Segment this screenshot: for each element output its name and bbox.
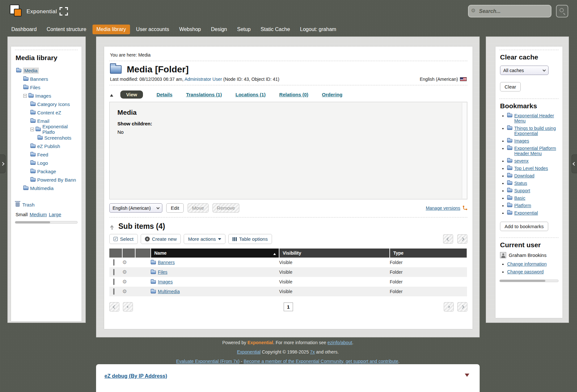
tree-item-label[interactable]: Feed [37,152,48,157]
sort-ascending-icon[interactable] [273,252,276,255]
tree-item-label[interactable]: Email [37,118,49,124]
bookmark-link-sevenx[interactable]: sevenx [514,158,528,164]
manage-versions-link[interactable]: Manage versions [426,206,460,211]
right-horizontal-scrollbar[interactable] [499,280,559,282]
row-checkbox[interactable] [113,288,114,295]
bookmark-link-download[interactable]: Download [514,173,534,178]
gear-icon[interactable]: ⚙ [122,279,127,284]
expand-left-panel-handle[interactable] [0,154,5,173]
language-select[interactable]: English (American) [109,203,162,213]
nav-item-design[interactable]: Design [207,25,231,34]
fullscreen-icon[interactable] [60,7,68,16]
nav-item-webshop[interactable]: Webshop [175,25,205,34]
tab-view[interactable]: View [120,90,143,99]
tree-item-package[interactable]: Package [15,167,78,175]
bookmark-link-exponential[interactable]: Exponential [514,210,538,216]
tree-item-media[interactable]: Media [15,66,78,75]
row-checkbox[interactable] [113,269,114,275]
subitems-table-options-button[interactable]: Table options [228,234,272,244]
tree-item-label[interactable]: Screenshots [44,135,71,141]
tree-item-screenshots[interactable]: Screenshots [15,133,78,142]
bookmark-link-images[interactable]: Images [514,138,529,143]
pagination-previous-button[interactable] [123,302,133,312]
add-to-bookmarks-button[interactable]: Add to bookmarks [500,222,548,231]
tab-relations-0-[interactable]: Relations (0) [279,92,308,97]
tree-item-label[interactable]: Content eZ [37,110,61,115]
tree-size-large[interactable]: Large [49,212,61,217]
tree-item-content-ez[interactable]: Content eZ [15,108,78,117]
tree-item-label[interactable]: Files [30,85,40,90]
tree-item-exponential-platfo[interactable]: Exponential Platfo [15,125,78,133]
cache-select[interactable]: All caches [500,66,549,75]
tab-locations-1-[interactable]: Locations (1) [235,92,266,97]
tree-item-label[interactable]: Category Icons [37,101,70,107]
tree-item-powered-by-bann[interactable]: Powered By Bann [15,175,78,184]
edit-button[interactable]: Edit [166,203,184,213]
tab-details[interactable]: Details [157,92,172,97]
tree-collapse-icon[interactable] [23,94,27,98]
nav-item-logout-graham[interactable]: Logout: graham [296,25,340,34]
bookmark-link-exponential-platform-header-menu[interactable]: Exponential Platform Header Menu [514,146,557,156]
pagination-first-button[interactable] [109,302,119,312]
nav-item-user-accounts[interactable]: User accounts [132,25,173,34]
footer-link[interactable]: Become a member of the Exponential Commu… [244,359,398,364]
nav-item-static-cache[interactable]: Static Cache [257,25,294,34]
tree-item-feed[interactable]: Feed [15,150,78,159]
bookmark-link-platform[interactable]: Platform [514,203,531,208]
row-link-multimedia[interactable]: Multimedia [158,289,180,294]
tab-ordering[interactable]: Ordering [322,92,342,97]
row-checkbox[interactable] [113,279,114,285]
row-link-files[interactable]: Files [158,270,168,275]
nav-item-media-library[interactable]: Media library [93,25,130,34]
gear-icon[interactable]: ⚙ [122,289,127,294]
search-input[interactable] [468,5,551,17]
subitems-prev-button[interactable] [443,234,453,244]
trash-link[interactable]: Trash [22,202,35,207]
nav-item-content-structure[interactable]: Content structure [43,25,90,34]
visibility-column-header[interactable]: Visibility [279,249,390,258]
pagination-next-button[interactable] [444,302,454,312]
collapse-right-panel-handle[interactable] [572,154,577,173]
user-link-change-password[interactable]: Change password [507,269,544,274]
collapse-tabs-icon[interactable] [110,92,113,97]
subitems-select-button[interactable]: ✓Select [109,234,138,244]
tree-item-banners[interactable]: Banners [15,75,78,83]
bookmark-link-top-level-nodes[interactable]: Top Level Nodes [514,166,548,171]
footer-brand-link[interactable]: Exponential [247,340,273,345]
footer-link[interactable]: ezinfo/about [328,340,352,345]
tree-item-label[interactable]: Media [23,68,39,74]
nav-item-dashboard[interactable]: Dashboard [7,25,40,34]
row-link-images[interactable]: Images [158,279,173,284]
tree-collapse-icon[interactable] [30,128,34,131]
bookmark-link-basic[interactable]: Basic [514,196,525,201]
bookmark-link-status[interactable]: Status [514,181,527,186]
row-link-banners[interactable]: Banners [158,260,175,265]
collapse-subitems-icon[interactable] [110,223,114,230]
tree-item-images[interactable]: Images [15,91,78,100]
search-button[interactable] [556,5,568,17]
subitems-create-new-button[interactable]: +Create new [141,234,181,244]
ez-debug-link[interactable]: eZ debug (By IP Address) [104,373,167,379]
tree-size-medium[interactable]: Medium [30,212,47,217]
pagination-last-button[interactable] [457,302,467,312]
footer-link[interactable]: 7x [310,349,315,355]
row-checkbox[interactable] [113,259,114,266]
tree-item-ez-publish[interactable]: eZ Publish [15,142,78,150]
bookmark-link-exponential-header-menu[interactable]: Exponential Header Menu [514,113,557,123]
footer-link[interactable]: Exponential [237,349,261,355]
tree-item-label[interactable]: Package [37,169,56,174]
tree-item-label[interactable]: Powered By Bann [37,177,76,183]
tree-item-label[interactable]: Logo [37,160,48,166]
user-link-change-information[interactable]: Change information [507,261,547,267]
view-box-scrollbar[interactable] [462,103,466,198]
remove-button[interactable]: Remove [212,203,240,213]
bookmark-link-support[interactable]: Support [514,188,530,193]
left-horizontal-scrollbar[interactable] [15,221,78,224]
type-column-header[interactable]: Type [390,249,467,258]
tree-item-logo[interactable]: Logo [15,159,78,167]
tree-item-label[interactable]: Multimedia [30,185,54,191]
tab-translations-1-[interactable]: Translations (1) [186,92,222,97]
footer-link[interactable]: Evaluate Exponential (From 7x) [176,359,240,364]
bookmark-link-things-to-build-using-exponential[interactable]: Things to build using Exponential [514,126,557,136]
tree-item-label[interactable]: Exponential Platfo [42,124,78,135]
